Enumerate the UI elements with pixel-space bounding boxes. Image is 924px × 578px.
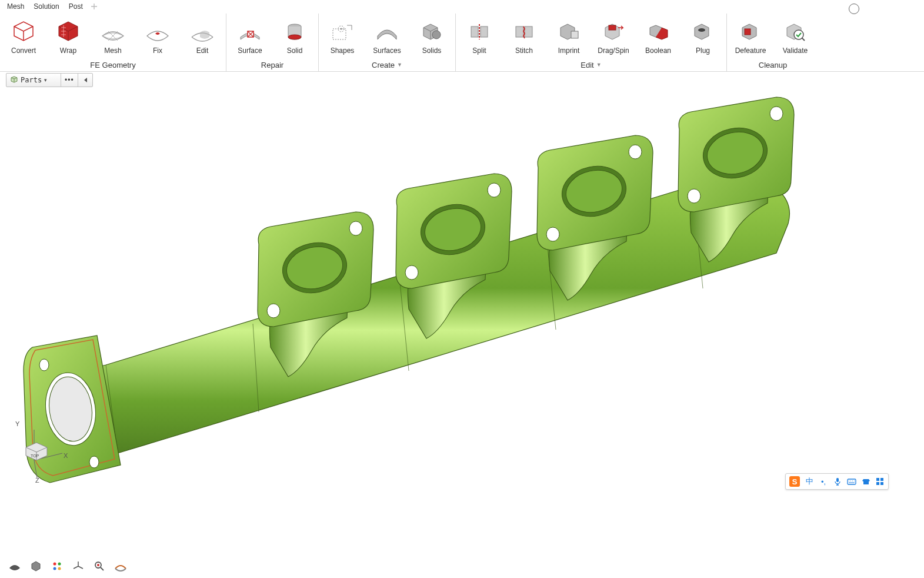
svg-point-27 xyxy=(488,183,501,197)
solids-label: Solids xyxy=(422,46,442,56)
drag-spin-icon xyxy=(599,17,628,45)
ime-toolbar[interactable]: S 中 •, xyxy=(785,473,889,490)
axis-x-label: X xyxy=(64,452,68,459)
svg-rect-38 xyxy=(876,478,879,481)
solid-label: Solid xyxy=(287,46,303,56)
axes-icon[interactable] xyxy=(72,560,85,573)
zoom-icon[interactable] xyxy=(93,560,106,573)
fix-button[interactable]: Fix xyxy=(138,16,178,56)
drag-spin-label: Drag/Spin xyxy=(598,46,629,56)
ime-lang-button[interactable]: 中 xyxy=(805,477,814,486)
validate-icon xyxy=(781,17,809,45)
mesh-button[interactable]: Mesh xyxy=(93,16,133,56)
svg-point-43 xyxy=(58,563,61,566)
defeature-button[interactable]: Defeature xyxy=(730,16,770,56)
ribbon-group-cleanup: Defeature Validate Cleanup xyxy=(727,14,819,71)
ime-keyboard-icon[interactable] xyxy=(847,477,856,486)
svg-rect-7 xyxy=(471,26,478,37)
ime-skin-icon[interactable] xyxy=(861,477,870,486)
group-label-edit: Edit xyxy=(581,61,593,69)
ime-logo-icon: S xyxy=(789,476,800,487)
boolean-icon xyxy=(644,17,672,45)
fix-label: Fix xyxy=(153,46,162,56)
imprint-icon xyxy=(555,17,583,45)
shapes-button[interactable]: Shapes xyxy=(322,16,362,56)
chevron-down-icon[interactable]: ▼ xyxy=(397,62,402,68)
menu-solution[interactable]: Solution xyxy=(29,1,64,12)
menu-mesh[interactable]: Mesh xyxy=(2,1,29,12)
svg-point-6 xyxy=(432,31,441,39)
group-label-repair: Repair xyxy=(261,61,283,69)
status-circle-icon xyxy=(849,4,859,14)
svg-point-2 xyxy=(288,35,301,39)
perspective-icon[interactable] xyxy=(29,560,42,573)
parts-dropdown[interactable]: Parts ▾ ••• xyxy=(6,73,93,87)
subtoolbar: Parts ▾ ••• xyxy=(0,72,924,88)
svg-point-26 xyxy=(405,265,418,280)
svg-rect-37 xyxy=(848,479,856,484)
edit-geom-button[interactable]: Edit xyxy=(182,16,222,56)
surfaces-icon xyxy=(373,17,401,45)
solids-icon xyxy=(418,17,446,45)
edit-geom-label: Edit xyxy=(196,46,209,56)
svg-rect-14 xyxy=(745,29,750,35)
menu-post[interactable]: Post xyxy=(64,1,88,12)
chevron-down-icon[interactable]: ▼ xyxy=(596,62,602,68)
surface-label: Surface xyxy=(238,46,262,56)
svg-rect-11 xyxy=(571,31,578,38)
wrap-label: Wrap xyxy=(60,46,76,56)
convert-label: Convert xyxy=(11,46,36,56)
boolean-button[interactable]: Boolean xyxy=(638,16,678,56)
solid-button[interactable]: Solid xyxy=(275,16,315,56)
svg-point-42 xyxy=(54,563,56,566)
wrap-button[interactable]: Wrap xyxy=(48,16,88,56)
group-label-cleanup: Cleanup xyxy=(759,61,787,69)
split-button[interactable]: Split xyxy=(459,16,499,56)
ime-punct-button[interactable]: •, xyxy=(819,477,828,486)
stitch-label: Stitch xyxy=(515,46,533,56)
fix-icon xyxy=(144,17,172,45)
defeature-label: Defeature xyxy=(735,46,766,56)
svg-point-31 xyxy=(629,145,642,159)
convert-button[interactable]: Convert xyxy=(4,16,44,56)
svg-point-35 xyxy=(770,107,783,121)
svg-rect-40 xyxy=(876,482,879,485)
svg-point-34 xyxy=(688,189,700,203)
viewport-3d[interactable]: Y X Z TOP S 中 •, xyxy=(0,88,924,578)
chevron-down-icon: ▾ xyxy=(44,77,47,83)
color-icon[interactable] xyxy=(51,560,64,573)
axis-z-label: Z xyxy=(35,477,39,484)
surface-button[interactable]: Surface xyxy=(230,16,270,56)
group-label-fe-geometry: FE Geometry xyxy=(90,61,135,69)
model-manifold xyxy=(0,88,924,512)
stitch-icon xyxy=(510,17,538,45)
parts-first-button[interactable] xyxy=(78,74,92,87)
shapes-icon xyxy=(328,17,356,45)
ime-mic-icon[interactable] xyxy=(833,477,842,486)
validate-button[interactable]: Validate xyxy=(775,16,815,56)
viewcube-face-label: TOP xyxy=(31,454,39,458)
view-triad[interactable]: Y X Z TOP xyxy=(11,419,69,484)
svg-point-19 xyxy=(89,456,99,468)
shaded-view-icon[interactable] xyxy=(8,560,21,573)
svg-rect-12 xyxy=(609,25,616,30)
section-icon[interactable] xyxy=(114,560,127,573)
add-tab-icon[interactable] xyxy=(90,2,98,11)
shapes-label: Shapes xyxy=(331,46,355,56)
svg-point-5 xyxy=(341,28,342,30)
ime-toolbox-icon[interactable] xyxy=(875,477,885,486)
stitch-button[interactable]: Stitch xyxy=(504,16,544,56)
svg-point-18 xyxy=(39,359,49,371)
mesh-icon xyxy=(99,17,127,45)
solid-icon xyxy=(281,17,309,45)
parts-more-button[interactable]: ••• xyxy=(61,74,78,87)
drag-spin-button[interactable]: Drag/Spin xyxy=(593,16,633,56)
imprint-button[interactable]: Imprint xyxy=(549,16,589,56)
surfaces-button[interactable]: Surfaces xyxy=(367,16,407,56)
svg-point-22 xyxy=(267,304,280,318)
svg-rect-36 xyxy=(836,478,839,482)
plug-button[interactable]: Plug xyxy=(683,16,723,56)
edit-geom-icon xyxy=(188,17,216,45)
validate-label: Validate xyxy=(783,46,808,56)
solids-button[interactable]: Solids xyxy=(412,16,452,56)
